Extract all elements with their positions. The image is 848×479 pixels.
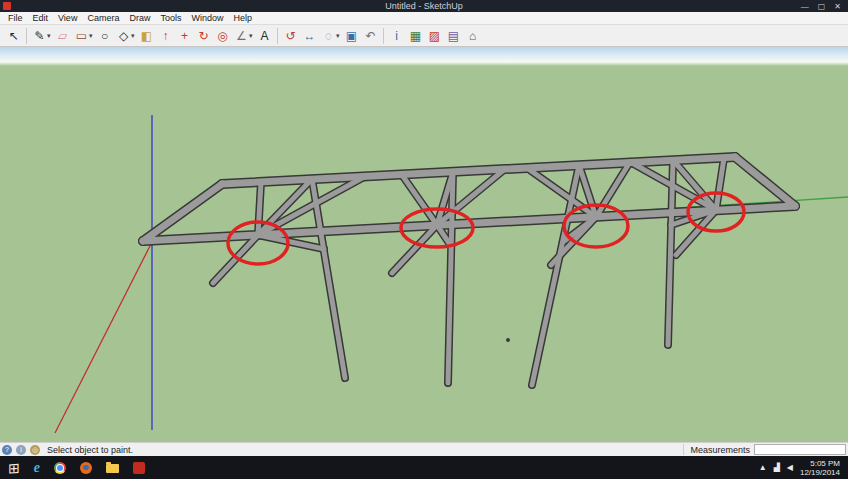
taskbar-clock[interactable]: 5:05 PM 12/19/2014	[800, 459, 840, 477]
clock-date: 12/19/2014	[800, 468, 840, 477]
info-icon[interactable]: i	[16, 445, 26, 455]
select-tool-icon[interactable]: ↖	[4, 27, 23, 45]
materials-icon[interactable]: ▨	[425, 27, 444, 45]
toolbar-separator	[383, 28, 384, 44]
status-hint: Select object to paint.	[47, 445, 133, 455]
toolbar: ↖ ✎ ▾ ▱ ▭ ▾ ○ ◇ ▾ ◧ ↑ + ↻ ◎ ∠ ▾ A ↺ ↔ ◌ …	[0, 25, 848, 47]
status-bar: ? i ◎ Select object to paint. Measuremen…	[0, 442, 848, 456]
zoom-extents-icon[interactable]: ▣	[342, 27, 361, 45]
offset-tool-icon[interactable]: ◎	[213, 27, 232, 45]
paint-bucket-icon[interactable]: ◧	[137, 27, 156, 45]
viewport	[0, 47, 848, 442]
measurements-input[interactable]	[754, 444, 846, 455]
styles-icon[interactable]: ▤	[444, 27, 463, 45]
orbit-tool-icon[interactable]: ↺	[281, 27, 300, 45]
model-beams	[143, 157, 795, 385]
firefox-browser-icon[interactable]	[80, 462, 92, 474]
viewport-canvas[interactable]	[0, 47, 848, 442]
help-icon[interactable]: ?	[2, 445, 12, 455]
menu-edit[interactable]: Edit	[28, 13, 54, 23]
volume-icon[interactable]: ◀	[787, 463, 793, 472]
chrome-browser-icon[interactable]	[54, 462, 66, 474]
geolocation-icon[interactable]: ◎	[30, 445, 40, 455]
push-pull-tool-icon[interactable]: ↑	[156, 27, 175, 45]
circle-tool-icon[interactable]: ○	[95, 27, 114, 45]
menu-draw[interactable]: Draw	[124, 13, 155, 23]
sketchup-window: Untitled - SketchUp — ▢ ✕ File Edit View…	[0, 0, 848, 479]
warehouse-icon[interactable]: ⌂	[463, 27, 482, 45]
menu-file[interactable]: File	[3, 13, 28, 23]
menu-bar: File Edit View Camera Draw Tools Window …	[0, 12, 848, 25]
move-tool-icon[interactable]: +	[175, 27, 194, 45]
menu-window[interactable]: Window	[186, 13, 228, 23]
menu-camera[interactable]: Camera	[82, 13, 124, 23]
close-button[interactable]: ✕	[834, 2, 841, 11]
windows-taskbar: ⊞ e ▲ ▟ ◀ 5:05 PM 12/19/2014	[0, 456, 848, 479]
file-explorer-icon[interactable]	[106, 464, 119, 473]
start-button-icon[interactable]: ⊞	[8, 459, 20, 476]
window-title: Untitled - SketchUp	[0, 1, 848, 11]
previous-view-icon[interactable]: ↶	[361, 27, 380, 45]
ie-browser-icon[interactable]: e	[34, 461, 40, 475]
rotate-tool-icon[interactable]: ↻	[194, 27, 213, 45]
toolbar-separator	[26, 28, 27, 44]
menu-help[interactable]: Help	[228, 13, 257, 23]
eraser-tool-icon[interactable]: ▱	[53, 27, 72, 45]
model-info-icon[interactable]: i	[387, 27, 406, 45]
measurements-label: Measurements	[690, 445, 750, 455]
maximize-button[interactable]: ▢	[818, 2, 826, 11]
toolbar-separator	[277, 28, 278, 44]
minimize-button[interactable]: —	[801, 2, 809, 11]
inference-dot	[506, 338, 510, 342]
menu-tools[interactable]: Tools	[155, 13, 186, 23]
clock-time: 5:05 PM	[800, 459, 840, 468]
title-bar: Untitled - SketchUp — ▢ ✕	[0, 0, 848, 12]
network-icon[interactable]: ▟	[774, 463, 780, 472]
hidden-icons-chevron[interactable]: ▲	[759, 463, 767, 472]
pinned-app-icon[interactable]	[133, 462, 145, 474]
pan-tool-icon[interactable]: ↔	[300, 27, 319, 45]
text-tool-icon[interactable]: A	[255, 27, 274, 45]
components-icon[interactable]: ▦	[406, 27, 425, 45]
menu-view[interactable]: View	[53, 13, 82, 23]
sketchup-app-icon	[3, 2, 11, 10]
